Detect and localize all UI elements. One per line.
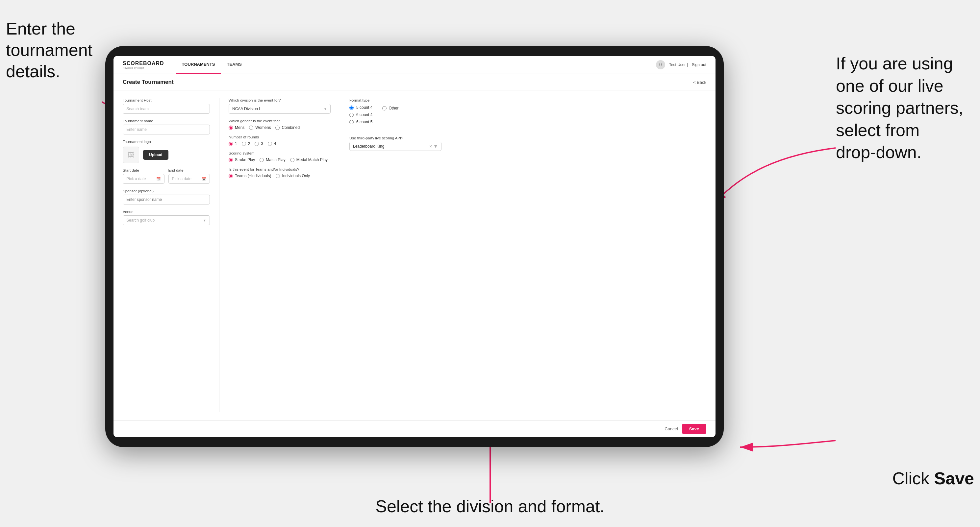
division-value: NCAA Division I bbox=[232, 106, 260, 111]
footer-bar: Cancel Save bbox=[113, 420, 716, 437]
rounds-1-radio[interactable] bbox=[229, 142, 233, 146]
rounds-1-label: 1 bbox=[235, 141, 237, 146]
end-date-input[interactable]: Pick a date 📅 bbox=[169, 174, 210, 184]
end-date-placeholder: Pick a date bbox=[172, 176, 191, 181]
gender-mens[interactable]: Mens bbox=[229, 125, 244, 130]
upload-button[interactable]: Upload bbox=[143, 150, 169, 160]
venue-label: Venue bbox=[123, 210, 210, 214]
annotation-enter-details: Enter the tournament details. bbox=[6, 18, 92, 82]
event-teams-radio[interactable] bbox=[229, 174, 233, 178]
live-scoring-select[interactable]: Leaderboard King × ▼ bbox=[349, 142, 441, 151]
rounds-4-radio[interactable] bbox=[268, 142, 272, 146]
sponsor-label: Sponsor (optional) bbox=[123, 189, 210, 193]
gender-options: Mens Womens Combined bbox=[229, 125, 331, 130]
gender-mens-radio[interactable] bbox=[229, 125, 233, 130]
rounds-1[interactable]: 1 bbox=[229, 141, 237, 146]
venue-input[interactable] bbox=[126, 218, 203, 222]
tournament-host-field: Tournament Host bbox=[123, 98, 210, 114]
other-option[interactable]: Other bbox=[382, 105, 398, 124]
gender-womens-radio[interactable] bbox=[249, 125, 253, 130]
event-individuals-label: Individuals Only bbox=[282, 174, 310, 178]
page-title: Create Tournament bbox=[123, 79, 174, 86]
cancel-button[interactable]: Cancel bbox=[665, 426, 678, 431]
tournament-name-field: Tournament name bbox=[123, 119, 210, 135]
user-text: Test User | bbox=[669, 62, 688, 67]
top-bar: Create Tournament < Back bbox=[113, 74, 716, 90]
tournament-name-label: Tournament name bbox=[123, 119, 210, 123]
start-date-placeholder: Pick a date bbox=[126, 176, 146, 181]
live-scoring-field: Use third-party live scoring API? Leader… bbox=[349, 136, 441, 151]
rounds-3-radio[interactable] bbox=[255, 142, 259, 146]
format-6count5-radio[interactable] bbox=[349, 120, 354, 124]
scoring-options: Stroke Play Match Play Medal Match Play bbox=[229, 157, 331, 162]
rounds-options: 1 2 3 4 bbox=[229, 141, 331, 146]
format-6count5-label: 6 count 5 bbox=[356, 120, 372, 124]
back-button[interactable]: < Back bbox=[693, 80, 706, 85]
tournament-logo-field: Tournament logo 🖼 Upload bbox=[123, 140, 210, 163]
rounds-4[interactable]: 4 bbox=[268, 141, 276, 146]
live-scoring-clear[interactable]: × ▼ bbox=[429, 144, 438, 149]
nav-item-tournaments[interactable]: TOURNAMENTS bbox=[176, 56, 221, 74]
rounds-3[interactable]: 3 bbox=[255, 141, 263, 146]
event-type-label: Is this event for Teams and/or Individua… bbox=[229, 167, 331, 171]
scoring-match-label: Match Play bbox=[266, 157, 285, 162]
gender-mens-label: Mens bbox=[235, 125, 244, 130]
sponsor-input[interactable] bbox=[123, 195, 210, 205]
signout-link[interactable]: Sign out bbox=[692, 62, 706, 67]
format-6count4-label: 6 count 4 bbox=[356, 113, 372, 117]
navbar: SCOREBOARD Powered by clippit TOURNAMENT… bbox=[113, 56, 716, 74]
form-area: Tournament Host Tournament name Tourname… bbox=[113, 90, 716, 420]
division-select[interactable]: NCAA Division I ▼ bbox=[229, 104, 331, 114]
divider-mid-right bbox=[340, 98, 340, 412]
format-5count4[interactable]: 5 count 4 bbox=[349, 105, 372, 110]
start-date-field: Start date Pick a date 📅 bbox=[123, 168, 164, 184]
tournament-host-input[interactable] bbox=[126, 106, 206, 111]
gender-combined-radio[interactable] bbox=[275, 125, 280, 130]
scoring-stroke[interactable]: Stroke Play bbox=[229, 157, 255, 162]
event-individuals-radio[interactable] bbox=[276, 174, 280, 178]
start-date-input[interactable]: Pick a date 📅 bbox=[123, 174, 164, 184]
format-6count4[interactable]: 6 count 4 bbox=[349, 113, 372, 117]
format-6count5[interactable]: 6 count 5 bbox=[349, 120, 372, 124]
scoring-medal-radio[interactable] bbox=[290, 158, 294, 162]
rounds-field: Number of rounds 1 2 3 bbox=[229, 135, 331, 146]
tournament-name-input-wrapper[interactable] bbox=[123, 125, 210, 135]
tablet-device: SCOREBOARD Powered by clippit TOURNAMENT… bbox=[105, 46, 724, 447]
scoring-medal[interactable]: Medal Match Play bbox=[290, 157, 328, 162]
event-teams[interactable]: Teams (+Individuals) bbox=[229, 174, 271, 178]
brand: SCOREBOARD Powered by clippit bbox=[123, 60, 164, 69]
format-type-field: Format type 5 count 4 6 count 4 bbox=[349, 98, 441, 124]
format-6count4-radio[interactable] bbox=[349, 113, 354, 117]
format-other-radio[interactable] bbox=[382, 106, 387, 111]
image-icon: 🖼 bbox=[128, 151, 134, 159]
form-col-left: Tournament Host Tournament name Tourname… bbox=[123, 98, 210, 412]
format-5count4-radio[interactable] bbox=[349, 106, 354, 110]
live-scoring-label: Use third-party live scoring API? bbox=[349, 136, 441, 140]
date-row: Start date Pick a date 📅 End date Pick a… bbox=[123, 168, 210, 184]
start-date-label: Start date bbox=[123, 168, 164, 172]
rounds-2-radio[interactable] bbox=[242, 142, 246, 146]
tournament-name-input[interactable] bbox=[126, 127, 206, 132]
scoring-match[interactable]: Match Play bbox=[259, 157, 285, 162]
rounds-4-label: 4 bbox=[274, 141, 276, 146]
annotation-live-scoring: If you are using one of our live scoring… bbox=[836, 52, 974, 164]
form-col-mid: Which division is the event for? NCAA Di… bbox=[229, 98, 331, 412]
gender-label: Which gender is the event for? bbox=[229, 119, 331, 123]
nav-item-teams[interactable]: TEAMS bbox=[221, 56, 248, 74]
calendar-icon-start: 📅 bbox=[156, 177, 161, 181]
gender-combined[interactable]: Combined bbox=[275, 125, 300, 130]
annotation-click-save: Click Save bbox=[892, 468, 974, 489]
event-individuals[interactable]: Individuals Only bbox=[276, 174, 310, 178]
venue-input-wrapper[interactable]: ▼ bbox=[123, 215, 210, 225]
save-button[interactable]: Save bbox=[682, 424, 706, 434]
live-scoring-value: Leaderboard King bbox=[353, 144, 384, 149]
format-options-row: 5 count 4 6 count 4 6 count 5 bbox=[349, 105, 441, 124]
tournament-host-input-wrapper[interactable] bbox=[123, 104, 210, 114]
gender-womens[interactable]: Womens bbox=[249, 125, 271, 130]
rounds-2[interactable]: 2 bbox=[242, 141, 250, 146]
rounds-label: Number of rounds bbox=[229, 135, 331, 139]
avatar: U bbox=[656, 60, 665, 69]
logo-placeholder: 🖼 bbox=[123, 147, 139, 163]
scoring-stroke-radio[interactable] bbox=[229, 158, 233, 162]
scoring-match-radio[interactable] bbox=[259, 158, 264, 162]
